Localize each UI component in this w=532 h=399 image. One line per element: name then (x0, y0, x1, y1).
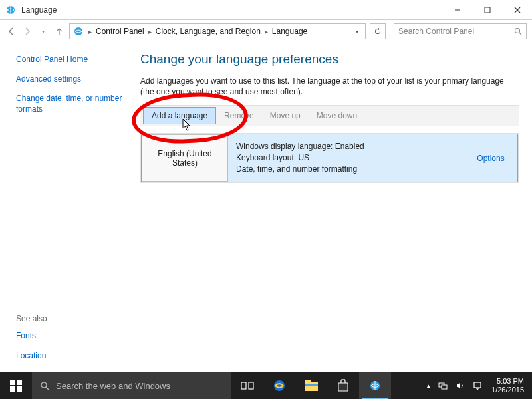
language-options-link[interactable]: Options (477, 154, 504, 163)
start-button[interactable] (0, 372, 32, 399)
language-formatting: Date, time, and number formatting (236, 164, 456, 175)
language-keyboard-layout: Keyboard layout: US (236, 152, 456, 164)
svg-rect-23 (442, 385, 447, 389)
chevron-right-icon: ▸ (146, 28, 154, 35)
svg-rect-24 (474, 382, 481, 388)
svg-rect-19 (305, 384, 318, 386)
sidebar-link-dateformats[interactable]: Change date, time, or number formats (16, 94, 129, 114)
svg-rect-11 (17, 386, 22, 392)
language-toolbar: Add a language Remove Move up Move down (140, 105, 519, 126)
taskbar-search[interactable]: Search the web and Windows (32, 372, 231, 399)
search-input[interactable]: Search Control Panel (394, 23, 527, 39)
maximize-button[interactable] (472, 0, 502, 19)
titlebar: Language (0, 0, 532, 20)
taskbar-app-store[interactable] (327, 372, 359, 399)
svg-rect-8 (10, 380, 15, 385)
back-button[interactable] (5, 25, 17, 37)
window-title: Language (21, 5, 442, 15)
search-placeholder: Search Control Panel (398, 27, 474, 36)
sidebar-link-location[interactable]: Location (16, 351, 129, 362)
app-icon (4, 3, 17, 17)
language-name: English (United States) (142, 134, 228, 181)
see-also-heading: See also (16, 314, 130, 323)
taskbar-clock[interactable]: 5:03 PM 1/26/2015 (487, 377, 528, 394)
page-heading: Change your language preferences (140, 52, 519, 66)
svg-point-6 (515, 29, 520, 33)
clock-time: 5:03 PM (491, 377, 524, 386)
address-history-button[interactable]: ▾ (352, 23, 362, 39)
main-panel: Change your language preferences Add lan… (136, 43, 532, 372)
address-bar: ▾ ▸ Control Panel ▸ Clock, Language, and… (0, 20, 532, 43)
taskbar-app-ie[interactable] (263, 372, 295, 399)
volume-icon[interactable] (453, 372, 467, 399)
chevron-right-icon: ▸ (262, 28, 271, 35)
close-button[interactable] (502, 0, 532, 19)
search-icon (40, 381, 49, 390)
content-area: Control Panel Home Advanced settings Cha… (0, 43, 532, 372)
taskbar-app-explorer[interactable] (295, 372, 327, 399)
breadcrumb-item[interactable]: Control Panel (96, 27, 144, 36)
system-tray: ▴ 5:03 PM 1/26/2015 (424, 372, 532, 399)
breadcrumb-item[interactable]: Clock, Language, and Region (156, 27, 261, 36)
breadcrumb-item[interactable]: Language (272, 27, 307, 36)
svg-rect-9 (17, 380, 22, 385)
network-icon[interactable] (436, 372, 450, 399)
svg-rect-14 (241, 382, 246, 389)
sidebar: Control Panel Home Advanced settings Cha… (0, 43, 136, 372)
clock-date: 1/26/2015 (491, 386, 524, 394)
svg-rect-15 (249, 382, 253, 389)
forward-button[interactable] (21, 25, 33, 37)
svg-line-13 (46, 387, 49, 390)
chevron-right-icon: ▸ (86, 28, 94, 35)
language-options-cell: Options (464, 134, 517, 181)
language-list: English (United States) Windows display … (140, 133, 519, 182)
move-up-button[interactable]: Move up (262, 108, 309, 124)
taskbar-items (231, 372, 391, 399)
minimize-button[interactable] (442, 0, 472, 19)
breadcrumb-icon (72, 25, 84, 37)
breadcrumb[interactable]: ▸ Control Panel ▸ Clock, Language, and R… (69, 23, 366, 39)
move-down-button[interactable]: Move down (309, 108, 365, 124)
refresh-button[interactable] (370, 23, 386, 39)
language-item[interactable]: English (United States) Windows display … (141, 134, 518, 182)
sidebar-link-home[interactable]: Control Panel Home (16, 55, 129, 65)
svg-rect-2 (485, 7, 490, 13)
add-language-button[interactable]: Add a language (143, 107, 216, 124)
recent-locations-button[interactable]: ▾ (37, 25, 49, 37)
up-button[interactable] (53, 25, 65, 37)
svg-point-12 (41, 382, 47, 388)
tray-expand-icon[interactable]: ▴ (424, 372, 433, 399)
remove-language-button[interactable]: Remove (216, 108, 262, 124)
svg-rect-17 (305, 382, 318, 391)
svg-rect-20 (338, 383, 348, 391)
task-view-button[interactable] (231, 372, 263, 399)
language-details: Windows display language: Enabled Keyboa… (228, 134, 464, 181)
svg-line-7 (519, 33, 521, 35)
sidebar-link-fonts[interactable]: Fonts (16, 331, 129, 342)
action-center-icon[interactable] (470, 372, 485, 399)
taskbar-search-placeholder: Search the web and Windows (56, 381, 170, 391)
page-description: Add languages you want to use to this li… (140, 76, 519, 97)
svg-rect-10 (10, 386, 15, 392)
taskbar-app-language[interactable] (359, 372, 391, 399)
sidebar-link-advanced[interactable]: Advanced settings (16, 74, 129, 85)
svg-rect-18 (305, 380, 311, 383)
search-icon (514, 27, 522, 35)
language-display-status: Windows display language: Enabled (236, 141, 456, 152)
taskbar: Search the web and Windows ▴ 5:03 PM (0, 372, 532, 399)
